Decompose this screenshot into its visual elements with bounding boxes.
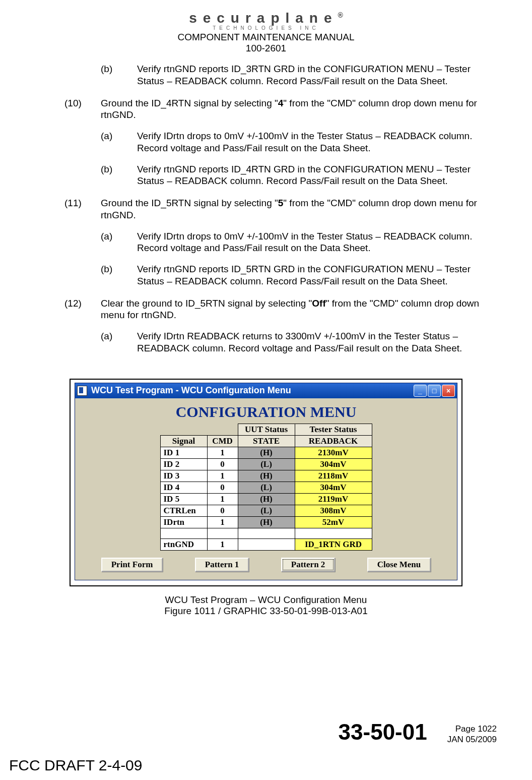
table-row: ID 31(H)2118mV <box>160 470 372 482</box>
cell-readback: 2118mV <box>295 470 372 482</box>
cell-cmd[interactable]: 1 <box>207 538 238 550</box>
step-11a: (a) Verify IDrtn drops to 0mV +/-100mV i… <box>101 230 497 255</box>
col-state: STATE <box>238 435 295 447</box>
cell-signal: ID 3 <box>160 470 207 482</box>
figure-title: WCU Test Program – WCU Configuration Men… <box>35 594 497 606</box>
close-icon[interactable]: × <box>442 385 455 397</box>
table-row: CTRLen0(L)308mV <box>160 505 372 516</box>
app-window: WCU Test Program - WCU Configuration Men… <box>75 383 457 580</box>
uut-status-header: UUT Status <box>238 424 295 435</box>
step-label: (a) <box>101 230 137 255</box>
registered-icon: ® <box>338 11 343 19</box>
document-header: securaplane® TECHNOLOGIES INC COMPONENT … <box>35 10 497 54</box>
col-signal: Signal <box>160 435 207 447</box>
step-b: (b) Verify rtnGND reports ID_3RTN GRD in… <box>101 63 497 87</box>
close-menu-button[interactable]: Close Menu <box>367 558 431 572</box>
table-group-header: UUT Status Tester Status <box>160 424 372 435</box>
step-label: (b) <box>101 263 137 287</box>
fcc-draft-stamp: FCC DRAFT 2-4-09 <box>9 757 143 774</box>
pattern-2-button[interactable]: Pattern 2 <box>281 558 336 572</box>
step-label: (a) <box>101 130 137 154</box>
step-10b: (b) Verify rtnGND reports ID_4RTN GRD in… <box>101 163 497 188</box>
step-label: (a) <box>101 330 137 354</box>
cell-cmd[interactable]: 1 <box>207 493 238 505</box>
body-text: (b) Verify rtnGND reports ID_3RTN GRD in… <box>35 63 497 354</box>
cell-readback: 304mV <box>295 482 372 493</box>
cell-cmd[interactable]: 0 <box>207 482 238 493</box>
cell-cmd[interactable]: 1 <box>207 516 238 528</box>
step-label: (12) <box>64 297 101 322</box>
step-text: Verify rtnGND reports ID_3RTN GRD in the… <box>137 63 497 87</box>
window-controls: _ □ × <box>414 385 455 397</box>
config-menu-title: CONFIGURATION MENU <box>80 403 452 421</box>
step-text: Verify IDrtn READBACK returns to 3300mV … <box>137 330 497 354</box>
cell-signal: ID 5 <box>160 493 207 505</box>
cell-signal: ID 1 <box>160 447 207 458</box>
step-text: Ground the ID_4RTN signal by selecting "… <box>101 97 497 122</box>
window-titlebar[interactable]: WCU Test Program - WCU Configuration Men… <box>75 383 457 398</box>
window-title: WCU Test Program - WCU Configuration Men… <box>91 385 414 396</box>
page-footer: 33-50-01 Page 1022 JAN 05/2009 <box>35 719 497 745</box>
page-number: Page 1022 <box>447 724 497 734</box>
step-10a: (a) Verify IDrtn drops to 0mV +/-100mV i… <box>101 130 497 154</box>
cell-signal: rtnGND <box>160 538 207 550</box>
section-code: 33-50-01 <box>339 719 427 745</box>
cell-state: (H) <box>238 516 295 528</box>
cell-signal: IDrtn <box>160 516 207 528</box>
step-text: Verify IDrtn drops to 0mV +/-100mV in th… <box>137 230 497 255</box>
cell-state: (H) <box>238 470 295 482</box>
cell-signal: CTRLen <box>160 505 207 516</box>
cell-state <box>238 538 295 550</box>
cell-readback: 52mV <box>295 516 372 528</box>
manual-title: COMPONENT MAINTENANCE MANUAL <box>35 32 497 43</box>
cell-readback: 304mV <box>295 458 372 470</box>
step-text: Ground the ID_5RTN signal by selecting "… <box>101 197 497 221</box>
step-text: Verify IDrtn drops to 0mV +/-100mV in th… <box>137 130 497 154</box>
cell-cmd[interactable]: 1 <box>207 470 238 482</box>
cell-state: (H) <box>238 493 295 505</box>
col-cmd: CMD <box>207 435 238 447</box>
step-10: (10) Ground the ID_4RTN signal by select… <box>64 97 497 122</box>
minimize-icon[interactable]: _ <box>414 385 427 397</box>
maximize-icon[interactable]: □ <box>428 385 441 397</box>
page-info: Page 1022 JAN 05/2009 <box>447 724 497 745</box>
step-11b: (b) Verify rtnGND reports ID_5RTN GRD in… <box>101 263 497 287</box>
step-text: Clear the ground to ID_5RTN signal by se… <box>101 297 497 322</box>
brand-subtitle: TECHNOLOGIES INC <box>35 25 497 31</box>
cell-readback: 2119mV <box>295 493 372 505</box>
table-row: ID 40(L)304mV <box>160 482 372 493</box>
brand-name: securaplane <box>189 10 338 26</box>
cell-cmd[interactable]: 0 <box>207 505 238 516</box>
manual-number: 100-2601 <box>35 43 497 54</box>
brand-logo: securaplane® <box>35 10 497 26</box>
cell-signal: ID 4 <box>160 482 207 493</box>
cell-cmd[interactable]: 1 <box>207 447 238 458</box>
step-text: Verify rtnGND reports ID_5RTN GRD in the… <box>137 263 497 287</box>
cell-state: (L) <box>238 458 295 470</box>
cell-cmd[interactable]: 0 <box>207 458 238 470</box>
tester-status-header: Tester Status <box>295 424 372 435</box>
table-row: ID 51(H)2119mV <box>160 493 372 505</box>
cell-signal: ID 2 <box>160 458 207 470</box>
figure-number: Figure 1011 / GRAPHIC 33-50-01-99B-013-A… <box>35 606 497 617</box>
col-readback: READBACK <box>295 435 372 447</box>
figure-caption: WCU Test Program – WCU Configuration Men… <box>35 594 497 617</box>
config-table: UUT Status Tester Status Signal CMD STAT… <box>160 424 372 551</box>
cell-readback: ID_1RTN GRD <box>295 538 372 550</box>
cell-state: (H) <box>238 447 295 458</box>
step-12a: (a) Verify IDrtn READBACK returns to 330… <box>101 330 497 354</box>
table-column-header: Signal CMD STATE READBACK <box>160 435 372 447</box>
step-label: (11) <box>64 197 101 221</box>
pattern-1-button[interactable]: Pattern 1 <box>195 558 249 572</box>
step-11: (11) Ground the ID_5RTN signal by select… <box>64 197 497 221</box>
cell-readback: 308mV <box>295 505 372 516</box>
cell-state: (L) <box>238 505 295 516</box>
step-label: (b) <box>101 163 137 188</box>
table-row: ID 20(L)304mV <box>160 458 372 470</box>
print-form-button[interactable]: Print Form <box>101 558 163 572</box>
table-row: ID 11(H)2130mV <box>160 447 372 458</box>
cell-state: (L) <box>238 482 295 493</box>
step-text: Verify rtnGND reports ID_4RTN GRD in the… <box>137 163 497 188</box>
table-row-empty <box>160 528 372 538</box>
step-12: (12) Clear the ground to ID_5RTN signal … <box>64 297 497 322</box>
